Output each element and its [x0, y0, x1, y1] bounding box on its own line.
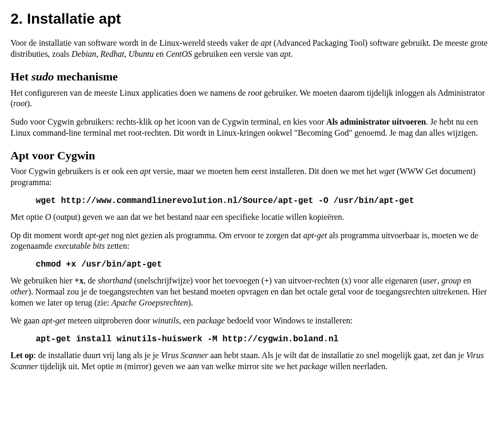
term-other: other	[11, 287, 28, 296]
emphasis-let-op: Let op	[11, 351, 34, 360]
term-apt-get: apt-get	[42, 316, 65, 325]
text: We gebruiken hier	[11, 276, 75, 285]
text: Het configureren van de meeste Linux app…	[11, 88, 248, 97]
text: willen neerladen.	[327, 362, 387, 371]
text: ,	[437, 276, 441, 285]
intro-paragraph: Voor de installatie van software wordt i…	[11, 38, 493, 60]
emphasis-admin: Als administrator uitvoeren	[326, 117, 426, 126]
term-apache-groepsrechten: Apache Groepsrechten	[111, 298, 188, 307]
text: , een	[179, 316, 197, 325]
text: ,	[96, 49, 100, 58]
term-centos: CentOS	[166, 49, 192, 58]
page-title: 2. Installatie apt	[11, 9, 493, 28]
term-m: m	[116, 362, 122, 371]
text: (mirror) geven we aan van welke mirror s…	[122, 362, 299, 371]
term-root: root	[248, 88, 262, 97]
term-virus-scanner: Virus Scanner	[161, 351, 208, 360]
code-wget: wget http://www.commandlinerevolution.nl…	[36, 196, 493, 207]
term-apt-get: apt-get	[303, 231, 327, 240]
text: en	[461, 276, 471, 285]
term-user: user	[423, 276, 437, 285]
term-shorthand: shorthand	[98, 276, 132, 285]
text: mechanisme	[54, 70, 118, 83]
term-wget: wget	[379, 167, 395, 176]
term-debian: Debian	[71, 49, 96, 58]
text: zetten:	[105, 241, 129, 250]
term-apt-get: apt-get	[85, 231, 109, 240]
text: nog niet gezien als programma. Om ervoor…	[109, 231, 303, 240]
term-winutils: winutils	[152, 316, 179, 325]
text: ).	[27, 99, 32, 108]
text: (output) geven we aan dat we het bestand…	[51, 212, 344, 221]
term-group: group	[441, 276, 461, 285]
term-apt: apt	[140, 167, 150, 176]
text: Met optie	[11, 212, 45, 221]
text: en	[153, 49, 166, 58]
term-root: root	[13, 99, 27, 108]
term-executable-bits: executable bits	[55, 241, 105, 250]
text: Sudo voor Cygwin gebruikers: rechts-klik…	[11, 117, 326, 126]
text: bedoeld voor Windows te installeren:	[225, 316, 353, 325]
term-apt: apt	[280, 49, 291, 58]
term-package: package	[300, 362, 327, 371]
option-o-paragraph: Met optie O (output) geven we aan dat we…	[11, 212, 493, 223]
install-winutils-paragraph: We gaan apt-get meteen uitproberen door …	[11, 316, 493, 327]
text: aan hebt staan. Als je wilt dat de insta…	[208, 351, 466, 360]
text: .	[291, 49, 293, 58]
text: versie, maar we moeten hem eerst install…	[151, 167, 379, 176]
text: (snelschrijfwijze) voor het toevoegen (+…	[132, 276, 423, 285]
term-sudo: sudo	[32, 70, 54, 83]
term-package: package	[197, 316, 225, 325]
code-chmod: chmod +x /usr/bin/apt-get	[36, 259, 493, 270]
text: tijdelijk uit. Met optie	[38, 362, 116, 371]
sudo-intro-paragraph: Het configureren van de meeste Linux app…	[11, 88, 493, 110]
section-sudo-heading: Het sudo mechanisme	[11, 69, 493, 85]
text: gebruiken een versie van	[192, 49, 280, 58]
text: , de	[84, 276, 98, 285]
section-apt-cygwin-heading: Apt voor Cygwin	[11, 148, 493, 164]
chmod-explain-paragraph: We gebruiken hier +x, de shorthand (snel…	[11, 276, 493, 308]
apt-get-exec-paragraph: Op dit moment wordt apt-get nog niet gez…	[11, 230, 493, 252]
term-redhat: Redhat	[100, 49, 124, 58]
text: ). Normaal zou je de toegangsrechten van…	[11, 287, 487, 307]
sudo-cygwin-paragraph: Sudo voor Cygwin gebruikers: rechts-klik…	[11, 117, 493, 139]
text: Het	[11, 70, 32, 83]
apt-cygwin-intro: Voor Cygwin gebruikers is er ook een apt…	[11, 166, 493, 188]
text: Voor de installatie van software wordt i…	[11, 38, 261, 47]
text: Voor Cygwin gebruikers is er ook een	[11, 167, 140, 176]
text: : de installatie duurt vrij lang als je …	[34, 351, 161, 360]
term-ubuntu: Ubuntu	[128, 49, 153, 58]
text: We gaan	[11, 316, 42, 325]
note-paragraph: Let op: de installatie duurt vrij lang a…	[11, 350, 493, 372]
text: Op dit moment wordt	[11, 231, 85, 240]
text: ).	[188, 298, 193, 307]
text: meteen uitproberen door	[65, 316, 152, 325]
emphasis-plusx: +x	[75, 276, 84, 285]
term-apt: apt	[261, 38, 271, 47]
code-apt-get-install: apt-get install winutils-huiswerk -M htt…	[36, 334, 493, 345]
term-o: O	[45, 212, 52, 221]
